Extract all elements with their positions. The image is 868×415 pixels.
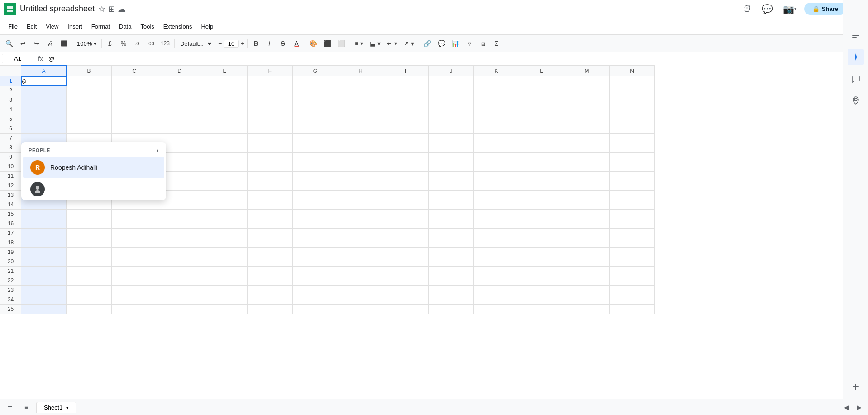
cell-G19[interactable] [293,248,338,257]
currency-button[interactable]: £ [104,37,116,50]
cell-E10[interactable] [202,162,248,172]
cell-D1[interactable] [157,76,202,86]
cell-A14[interactable] [21,200,67,210]
cell-E11[interactable] [202,172,248,181]
cell-M10[interactable] [564,162,610,172]
cell-C6[interactable] [112,124,157,134]
cell-C19[interactable] [112,248,157,257]
scroll-left-button[interactable]: ◀ [841,402,852,413]
cell-K3[interactable] [474,95,519,105]
cell-N18[interactable] [610,238,655,248]
cell-A19[interactable] [21,248,67,257]
comment-button[interactable]: 💬 [435,37,448,50]
cell-F11[interactable] [248,172,293,181]
cell-C23[interactable] [112,286,157,295]
side-panel-chat[interactable] [848,71,864,87]
cell-J24[interactable] [429,295,474,305]
cell-D21[interactable] [157,267,202,276]
cell-I19[interactable] [383,248,429,257]
cell-G1[interactable] [293,76,338,86]
cell-J25[interactable] [429,305,474,314]
cell-I2[interactable] [383,86,429,95]
cell-M22[interactable] [564,276,610,286]
cell-H5[interactable] [338,114,383,124]
cell-H9[interactable] [338,153,383,162]
cell-D23[interactable] [157,286,202,295]
cell-M24[interactable] [564,295,610,305]
cell-I21[interactable] [383,267,429,276]
cell-N4[interactable] [610,105,655,114]
sheet-list-button[interactable]: ≡ [20,401,33,414]
text-wrap-button[interactable]: ↵ ▾ [384,37,400,50]
cell-K13[interactable] [474,191,519,200]
cell-N17[interactable] [610,229,655,238]
cell-E4[interactable] [202,105,248,114]
cloud-icon[interactable]: ☁ [118,4,126,14]
cell-F5[interactable] [248,114,293,124]
spreadsheet-grid[interactable]: A B C D E F G H I J K L M N 1@2345678910… [0,65,843,399]
cell-J20[interactable] [429,257,474,267]
cell-H23[interactable] [338,286,383,295]
cell-I8[interactable] [383,143,429,153]
cell-L6[interactable] [519,124,564,134]
cell-H19[interactable] [338,248,383,257]
cell-M15[interactable] [564,210,610,219]
cell-A18[interactable] [21,238,67,248]
cell-E12[interactable] [202,181,248,191]
menu-data[interactable]: Data [114,21,136,32]
cell-G24[interactable] [293,295,338,305]
link-button[interactable]: 🔗 [421,37,434,50]
formula-input[interactable] [48,54,866,63]
cell-F24[interactable] [248,295,293,305]
cell-L9[interactable] [519,153,564,162]
cell-C5[interactable] [112,114,157,124]
document-title[interactable]: Untitled spreadsheet [20,4,95,14]
print-button[interactable]: 🖨 [44,37,57,50]
cell-I24[interactable] [383,295,429,305]
cell-G12[interactable] [293,181,338,191]
cell-G20[interactable] [293,257,338,267]
cell-I14[interactable] [383,200,429,210]
cell-B17[interactable] [67,229,112,238]
cell-K20[interactable] [474,257,519,267]
cell-L16[interactable] [519,219,564,229]
cell-F10[interactable] [248,162,293,172]
cell-J8[interactable] [429,143,474,153]
cell-L3[interactable] [519,95,564,105]
cell-E23[interactable] [202,286,248,295]
cell-E6[interactable] [202,124,248,134]
col-header-N[interactable]: N [610,66,655,76]
cell-I10[interactable] [383,162,429,172]
redo-button[interactable]: ↪ [30,37,43,50]
cell-B15[interactable] [67,210,112,219]
cell-C15[interactable] [112,210,157,219]
cell-J4[interactable] [429,105,474,114]
cell-H22[interactable] [338,276,383,286]
cell-N16[interactable] [610,219,655,229]
cell-K7[interactable] [474,134,519,143]
cell-L2[interactable] [519,86,564,95]
cell-L1[interactable] [519,76,564,86]
cell-F21[interactable] [248,267,293,276]
cell-M16[interactable] [564,219,610,229]
cell-B20[interactable] [67,257,112,267]
cell-B4[interactable] [67,105,112,114]
cell-G7[interactable] [293,134,338,143]
cell-C17[interactable] [112,229,157,238]
cell-H7[interactable] [338,134,383,143]
cell-F3[interactable] [248,95,293,105]
cell-B14[interactable] [67,200,112,210]
cell-H10[interactable] [338,162,383,172]
star-icon[interactable]: ☆ [98,4,105,14]
cell-C2[interactable] [112,86,157,95]
menu-view[interactable]: View [41,21,63,32]
cell-J2[interactable] [429,86,474,95]
font-size-increase[interactable]: + [240,40,245,47]
cell-G18[interactable] [293,238,338,248]
cell-A5[interactable] [21,114,67,124]
text-rotation-button[interactable]: ↗ ▾ [401,37,417,50]
cell-A2[interactable] [21,86,67,95]
cell-J3[interactable] [429,95,474,105]
cell-J17[interactable] [429,229,474,238]
cell-D14[interactable] [157,200,202,210]
